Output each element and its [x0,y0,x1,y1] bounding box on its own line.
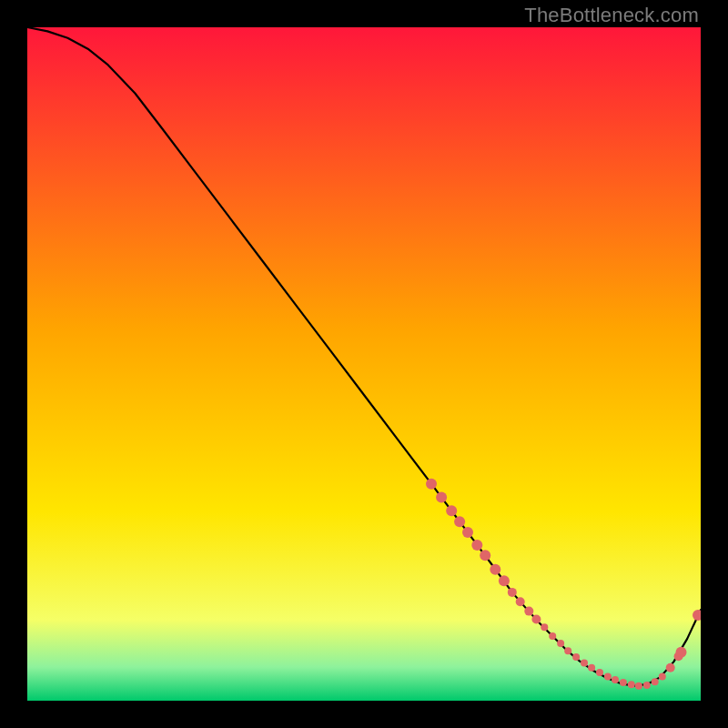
data-marker [490,564,500,575]
data-marker [666,663,675,672]
data-marker [620,679,627,686]
data-marker [557,640,564,647]
gradient-background [27,27,701,701]
data-marker [564,647,571,654]
data-marker [596,669,603,676]
data-marker [572,653,580,661]
data-marker [549,632,556,640]
data-marker [612,676,619,683]
data-marker [426,479,437,490]
watermark-text: TheBottleneck.com [524,4,699,27]
chart-frame: TheBottleneck.com [0,0,728,728]
data-marker [471,540,482,551]
chart-plot [27,27,701,701]
data-marker [581,660,588,667]
data-marker [659,672,666,680]
data-marker [524,607,533,616]
data-marker [516,597,525,606]
data-marker [676,647,687,658]
data-marker [499,575,510,586]
data-marker [541,623,548,631]
data-marker [628,681,635,688]
data-marker [446,505,457,516]
data-marker [480,550,490,561]
data-marker [508,588,517,597]
data-marker [454,516,465,527]
data-marker [531,615,541,624]
chart-svg [27,27,701,701]
data-marker [604,672,612,680]
data-marker [635,682,642,690]
data-marker [643,682,651,689]
data-marker [462,527,473,538]
data-marker [588,664,595,672]
data-marker [652,678,659,685]
data-marker [436,492,447,503]
